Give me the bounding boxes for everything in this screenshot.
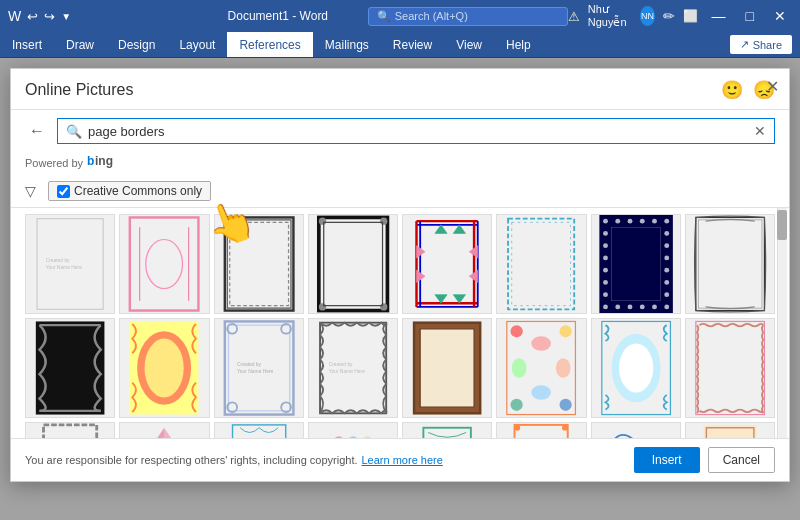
svg-rect-11 [227, 220, 291, 308]
max-btn[interactable]: □ [740, 6, 760, 26]
svg-rect-95 [44, 425, 97, 438]
redo-btn[interactable]: ↪ [44, 9, 55, 24]
filter-icon[interactable]: ▽ [25, 183, 36, 199]
svg-rect-12 [319, 217, 388, 310]
image-item[interactable] [591, 422, 681, 438]
image-item[interactable] [308, 422, 398, 438]
svg-point-48 [664, 304, 669, 309]
scroll-track [777, 208, 787, 438]
svg-point-49 [603, 231, 608, 236]
svg-rect-9 [224, 217, 293, 310]
svg-point-42 [664, 219, 669, 224]
tab-help[interactable]: Help [494, 32, 543, 57]
tab-layout[interactable]: Layout [167, 32, 227, 57]
image-item[interactable] [214, 214, 304, 314]
svg-point-58 [664, 268, 669, 273]
svg-point-99 [333, 436, 344, 438]
image-item[interactable]: Created byYour Name Here [25, 214, 115, 314]
svg-point-88 [532, 385, 552, 400]
image-item[interactable] [496, 422, 586, 438]
image-item[interactable] [496, 318, 586, 418]
svg-rect-10 [229, 222, 288, 305]
image-item[interactable] [402, 214, 492, 314]
svg-point-43 [603, 304, 608, 309]
svg-marker-27 [453, 225, 465, 234]
tab-references[interactable]: References [227, 32, 312, 57]
tab-view[interactable]: View [444, 32, 494, 57]
tab-insert[interactable]: Insert [0, 32, 54, 57]
dialog-close-button[interactable]: ✕ [766, 77, 779, 96]
title-bar: W ↩ ↪ ▼ Document1 - Word 🔍 Search (Alt+Q… [0, 0, 800, 32]
svg-rect-102 [423, 428, 471, 438]
title-search[interactable]: 🔍 Search (Alt+Q) [368, 7, 568, 26]
image-item[interactable] [591, 318, 681, 418]
svg-point-37 [603, 219, 608, 224]
svg-point-40 [639, 219, 644, 224]
quick-access[interactable]: ▼ [61, 11, 71, 22]
image-item[interactable] [308, 214, 398, 314]
image-item[interactable] [685, 422, 775, 438]
image-item[interactable] [496, 214, 586, 314]
svg-point-93 [618, 344, 652, 393]
creative-commons-checkbox[interactable] [57, 185, 70, 198]
svg-text:Created by: Created by [328, 362, 352, 367]
svg-point-45 [627, 304, 632, 309]
svg-point-39 [627, 219, 632, 224]
insert-button[interactable]: Insert [634, 447, 700, 473]
close-win-btn[interactable]: ✕ [768, 6, 792, 26]
learn-more-link[interactable]: Learn more here [362, 454, 443, 466]
svg-marker-29 [453, 295, 465, 304]
svg-point-38 [615, 219, 620, 224]
image-item[interactable] [591, 214, 681, 314]
footer-buttons: Insert Cancel [634, 447, 775, 473]
image-item[interactable] [402, 318, 492, 418]
svg-point-85 [511, 399, 523, 411]
image-item[interactable] [119, 422, 209, 438]
search-input[interactable] [88, 124, 748, 139]
svg-point-89 [512, 358, 527, 378]
svg-text:Created by: Created by [46, 258, 70, 263]
image-item[interactable] [402, 422, 492, 438]
ribbon: Insert Draw Design Layout References Mai… [0, 32, 800, 58]
tab-review[interactable]: Review [381, 32, 444, 57]
svg-point-51 [603, 255, 608, 260]
cancel-button[interactable]: Cancel [708, 447, 775, 473]
svg-point-8 [146, 240, 183, 289]
image-item[interactable] [685, 214, 775, 314]
image-item[interactable] [119, 214, 209, 314]
dialog-title: Online Pictures [25, 81, 134, 99]
svg-point-52 [603, 268, 608, 273]
powered-by: Powered by b ing [11, 152, 789, 177]
image-item[interactable]: Created byYour Name Here [308, 318, 398, 418]
tab-design[interactable]: Design [106, 32, 167, 57]
image-item[interactable] [119, 318, 209, 418]
image-item[interactable] [214, 422, 304, 438]
svg-point-90 [556, 358, 571, 378]
pen-icon[interactable]: ✏ [663, 8, 675, 24]
scroll-thumb[interactable] [777, 210, 787, 240]
svg-point-84 [560, 325, 572, 337]
dialog-header: Online Pictures 🙂 😞 ✕ [11, 69, 789, 110]
image-item[interactable]: Created byYour Name Here [214, 318, 304, 418]
footer-text: You are responsible for respecting other… [25, 454, 358, 466]
back-button[interactable]: ← [25, 120, 49, 142]
min-btn[interactable]: — [706, 6, 732, 26]
smiley-icon[interactable]: 🙂 [721, 79, 743, 101]
image-item[interactable] [25, 422, 115, 438]
share-button[interactable]: ↗ Share [730, 35, 792, 54]
svg-point-87 [532, 336, 552, 351]
tab-mailings[interactable]: Mailings [313, 32, 381, 57]
undo-btn[interactable]: ↩ [27, 9, 38, 24]
svg-point-86 [560, 399, 572, 411]
search-bar: ← 🔍 ✕ [11, 110, 789, 152]
creative-commons-filter[interactable]: Creative Commons only [48, 181, 211, 201]
image-item[interactable] [685, 318, 775, 418]
tab-draw[interactable]: Draw [54, 32, 106, 57]
window-icon[interactable]: ⬜ [683, 9, 698, 23]
svg-rect-98 [232, 425, 285, 438]
dialog-overlay: Online Pictures 🙂 😞 ✕ ← 🔍 ✕ 👆 Powered by [0, 58, 800, 520]
search-icon: 🔍 [377, 10, 391, 23]
clear-search-button[interactable]: ✕ [754, 123, 766, 139]
document-title: Document1 - Word [188, 9, 368, 23]
image-item[interactable] [25, 318, 115, 418]
